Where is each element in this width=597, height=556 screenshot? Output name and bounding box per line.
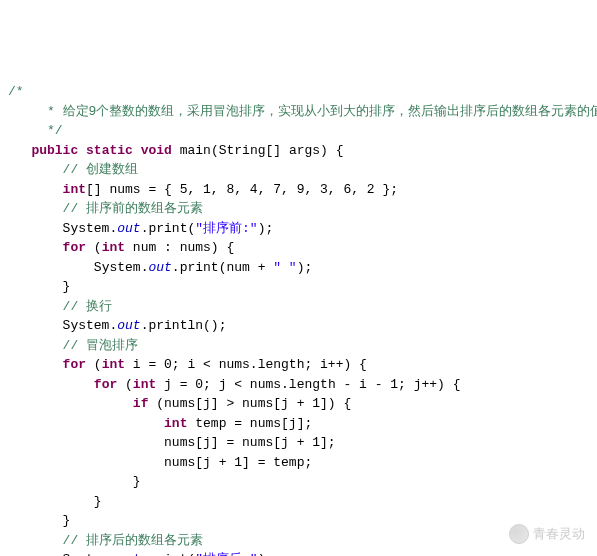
system-ref: System.	[63, 552, 118, 556]
keyword-for: for	[94, 377, 117, 392]
comment-newline: // 换行	[63, 299, 112, 314]
system-ref: System.	[63, 318, 118, 333]
out-field: out	[117, 552, 140, 556]
keyword-static: static	[86, 143, 133, 158]
for-open: (	[86, 240, 102, 255]
print-call-open: .print(	[141, 221, 196, 236]
comment-block-open: /*	[8, 84, 24, 99]
code-block: /* * 给定9个整数的数组，采用冒泡排序，实现从小到大的排序，然后输出排序后的…	[8, 82, 589, 556]
for-open: (	[117, 377, 133, 392]
swap-line-2: nums[j + 1] = temp;	[164, 455, 312, 470]
foreach-rest: num : nums) {	[125, 240, 234, 255]
print-call-close: );	[258, 552, 274, 556]
out-field: out	[117, 318, 140, 333]
comment-bubble-sort: // 冒泡排序	[63, 338, 138, 353]
comment-block-body: * 给定9个整数的数组，采用冒泡排序，实现从小到大的排序，然后输出排序后的数组各…	[39, 104, 597, 119]
system-ref: System.	[94, 260, 149, 275]
if-condition: (nums[j] > nums[j + 1]) {	[148, 396, 351, 411]
array-declaration: [] nums = { 5, 1, 8, 4, 7, 9, 3, 6, 2 };	[86, 182, 398, 197]
brace-close: }	[94, 494, 102, 509]
out-field: out	[117, 221, 140, 236]
keyword-for: for	[63, 240, 86, 255]
print-num-close: );	[297, 260, 313, 275]
keyword-public: public	[31, 143, 78, 158]
string-before: "排序前:"	[195, 221, 257, 236]
for-outer-rest: i = 0; i < nums.length; i++) {	[125, 357, 367, 372]
method-signature: main(String[] args) {	[172, 143, 344, 158]
keyword-int: int	[133, 377, 156, 392]
for-open: (	[86, 357, 102, 372]
string-after: "排序后:"	[195, 552, 257, 556]
keyword-void: void	[141, 143, 172, 158]
wechat-icon	[509, 524, 529, 544]
watermark: 青春灵动	[509, 524, 585, 544]
print-num-open: .print(num +	[172, 260, 273, 275]
keyword-int: int	[102, 240, 125, 255]
out-field: out	[148, 260, 171, 275]
brace-close: }	[133, 474, 141, 489]
print-call-close: );	[258, 221, 274, 236]
print-call-open: .print(	[141, 552, 196, 556]
keyword-if: if	[133, 396, 149, 411]
brace-close: }	[63, 513, 71, 528]
brace-close: }	[63, 279, 71, 294]
comment-block-close: */	[39, 123, 62, 138]
println-call: .println();	[141, 318, 227, 333]
keyword-for: for	[63, 357, 86, 372]
comment-after-sort: // 排序后的数组各元素	[63, 533, 203, 548]
system-ref: System.	[63, 221, 118, 236]
keyword-int: int	[102, 357, 125, 372]
keyword-int: int	[164, 416, 187, 431]
watermark-text: 青春灵动	[533, 524, 585, 544]
temp-declaration: temp = nums[j];	[187, 416, 312, 431]
string-space: " "	[273, 260, 296, 275]
swap-line-1: nums[j] = nums[j + 1];	[164, 435, 336, 450]
keyword-int: int	[63, 182, 86, 197]
for-inner-rest: j = 0; j < nums.length - i - 1; j++) {	[156, 377, 460, 392]
comment-before-sort: // 排序前的数组各元素	[63, 201, 203, 216]
comment-create-array: // 创建数组	[63, 162, 138, 177]
